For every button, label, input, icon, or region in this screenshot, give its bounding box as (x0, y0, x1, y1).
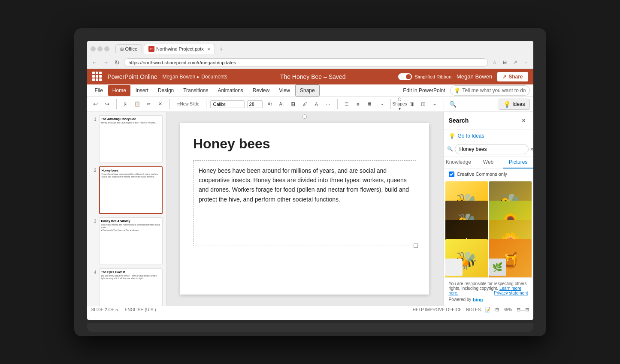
saved-indicator: Saved (329, 73, 346, 80)
more-button[interactable]: ··· (521, 58, 530, 67)
panel-close-button[interactable]: × (520, 116, 528, 125)
format-painter-button[interactable]: ✏ (144, 99, 154, 109)
help-improve[interactable]: HELP IMPROVE OFFICE (413, 307, 462, 312)
menu-shape[interactable]: Shape (295, 84, 320, 96)
slide-thumbnail-4[interactable]: 4 The Eyes Have It Did you know about th… (91, 268, 163, 306)
ppt-tab[interactable]: P Northwind Project.pptx × (144, 44, 215, 54)
tab-pictures[interactable]: Pictures (503, 156, 533, 168)
highlight-button[interactable]: 🖊 (300, 99, 310, 109)
panel-header: Search × (444, 112, 533, 129)
office-tab[interactable]: ⊞ Office (115, 44, 142, 53)
clear-button[interactable]: ✕ (155, 99, 166, 109)
slide-preview-2[interactable]: Honey bees Honey bees have been around f… (99, 166, 163, 214)
notes-button[interactable]: NOTES (466, 307, 481, 312)
refresh-button[interactable]: ↻ (113, 58, 121, 67)
tab-web[interactable]: Web (473, 156, 503, 168)
rotate-handle[interactable] (302, 114, 307, 119)
maximize-window-button[interactable] (104, 46, 109, 51)
shapes-button[interactable]: ⬡ Shapes ▾ (395, 99, 405, 109)
menu-review[interactable]: Review (248, 85, 274, 96)
close-window-button[interactable] (91, 46, 96, 51)
app-name: PowerPoint Online (108, 73, 157, 80)
decrease-font-button[interactable]: A↓ (277, 99, 287, 109)
fill-color-button[interactable]: ◨ (406, 99, 417, 109)
breadcrumb-location[interactable]: Documents (201, 74, 227, 80)
tab-knowledge[interactable]: Knowledge (444, 156, 474, 168)
menu-design[interactable]: Design (154, 85, 178, 96)
search-ribbon-button[interactable]: 🔍 (448, 99, 458, 109)
slide-3-body: • The head • The thorax • The abdomen (101, 229, 160, 232)
draw-more-button[interactable]: ··· (429, 99, 440, 109)
slide-thumbnail-3[interactable]: 3 Honey Bee Anatomy Like many insects, t… (91, 217, 163, 265)
slide-preview-4[interactable]: The Eyes Have It Did you know about the … (99, 268, 163, 306)
slide-4-title: The Eyes Have It (101, 271, 160, 274)
slide-2-body: Honey bees have been around for millions… (102, 173, 160, 178)
share-button[interactable]: ↗ Share (497, 72, 528, 81)
redo-button[interactable]: ↪ (102, 99, 112, 109)
font-size-input[interactable] (247, 100, 263, 108)
resize-handle[interactable] (414, 244, 418, 248)
font-format-group: A↑ A↓ B 🖊 A ··· (265, 99, 333, 109)
powered-by-label: Powered by (449, 297, 472, 302)
undo-redo-group: ↩ ↪ (91, 99, 112, 109)
bullets-button[interactable]: ☰ (342, 99, 352, 109)
font-more-button[interactable]: ··· (323, 99, 333, 109)
ppt-tab-close[interactable]: × (207, 46, 211, 52)
menu-home[interactable]: Home (108, 85, 130, 96)
para-more-button[interactable]: ··· (376, 99, 387, 109)
slide-preview-3[interactable]: Honey Bee Anatomy Like many insects, the… (99, 217, 163, 265)
minimize-window-button[interactable] (97, 46, 103, 51)
document-title[interactable]: The Honey Bee (280, 73, 322, 80)
slide-preview-1[interactable]: The Amazing Honey Bee Honey Bees are the… (99, 115, 163, 163)
ideas-icon: 💡 (503, 101, 511, 108)
waffle-menu-button[interactable] (92, 72, 103, 82)
menu-file[interactable]: File (91, 85, 107, 96)
new-slide-button[interactable]: ▭ New Slide (174, 99, 202, 109)
share-browser-button[interactable]: ↗ (511, 58, 520, 67)
menu-view[interactable]: View (275, 85, 294, 96)
hub-button[interactable]: ⊟ (501, 58, 509, 67)
user-avatar[interactable]: Megan Bowen (457, 73, 492, 80)
slide-title[interactable]: Honey bees (193, 136, 416, 152)
menu-animations[interactable]: Animations (213, 85, 247, 96)
bold-button[interactable]: B (288, 99, 299, 109)
back-button[interactable]: ← (91, 58, 99, 67)
image-9[interactable] (445, 259, 463, 276)
simplified-ribbon-toggle[interactable]: Simplified Ribbon (398, 73, 451, 80)
zoom-slider[interactable]: ⊟—⊞ (517, 307, 529, 313)
edit-in-powerpoint[interactable]: Edit in PowerPoint (399, 85, 449, 96)
office-tab-icon: ⊞ (120, 47, 124, 51)
forward-button[interactable]: → (102, 58, 110, 67)
menu-insert[interactable]: Insert (131, 85, 153, 96)
url-input[interactable] (124, 58, 488, 67)
align-button[interactable]: ≣ (365, 99, 375, 109)
search-clear-button[interactable]: × (530, 146, 533, 153)
font-selector[interactable] (210, 100, 245, 108)
slide-thumbnail-1[interactable]: 1 The Amazing Honey Bee Honey Bees are t… (91, 115, 163, 163)
paste-button[interactable]: 📋 (132, 99, 142, 109)
breadcrumb-user[interactable]: Megan Bowen (162, 74, 195, 80)
ideas-button[interactable]: 💡 Ideas (499, 99, 529, 110)
new-tab-button[interactable]: + (217, 45, 225, 53)
laptop-base (87, 323, 533, 332)
slide-thumbnail-2[interactable]: 2 Honey bees Honey bees have been around… (91, 166, 163, 214)
copy-button[interactable]: ⎘ (121, 99, 131, 109)
undo-button[interactable]: ↩ (91, 99, 101, 109)
numbering-button[interactable]: ≡ (353, 99, 363, 109)
toggle-switch[interactable] (398, 73, 412, 80)
laptop: ⊞ Office P Northwind Project.pptx × + ← … (74, 28, 546, 336)
image-10[interactable]: 🌿 (489, 259, 506, 276)
increase-font-button[interactable]: A↑ (265, 99, 275, 109)
text-box[interactable]: Honey bees have been around for millions… (193, 160, 416, 246)
cc-checkbox-input[interactable] (449, 171, 454, 177)
slide-num-2: 2 (91, 166, 97, 173)
font-color-button[interactable]: A (312, 99, 322, 109)
menu-transitions[interactable]: Transitions (179, 85, 212, 96)
privacy-link[interactable]: Privacy statement (494, 291, 528, 295)
favorites-button[interactable]: ☆ (490, 58, 499, 67)
normal-view-button[interactable]: ⊞ (495, 307, 499, 313)
search-input[interactable] (455, 144, 529, 154)
tell-me-input[interactable]: 💡 Tell me what you want to do (450, 85, 529, 96)
outline-button[interactable]: ◫ (418, 99, 428, 109)
go-to-ideas-link[interactable]: 💡 Go to Ideas (444, 129, 533, 142)
